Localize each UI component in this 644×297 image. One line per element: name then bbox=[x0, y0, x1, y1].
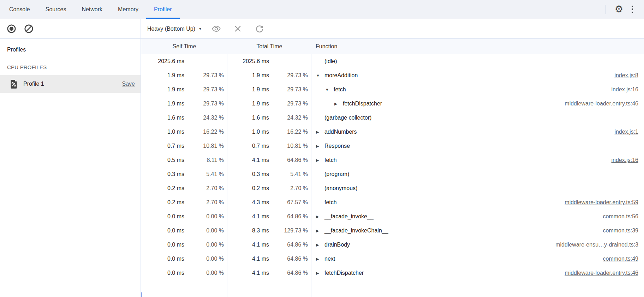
toolbar-divider bbox=[606, 5, 606, 14]
self-time-percent: 0.00 % bbox=[184, 270, 224, 276]
source-location-link[interactable]: common.ts:56 bbox=[596, 213, 638, 220]
self-time-value: 0.0 ms bbox=[141, 270, 184, 276]
total-time-value: 4.1 ms bbox=[227, 270, 269, 276]
total-time-value: 1.9 ms bbox=[227, 101, 269, 107]
total-time-percent: 24.32 % bbox=[269, 115, 308, 121]
tree-toggle-icon[interactable]: ▶ bbox=[316, 229, 324, 233]
settings-button[interactable]: ⚙ bbox=[612, 3, 626, 16]
self-time-value: 1.0 ms bbox=[141, 129, 184, 135]
self-time-value: 0.0 ms bbox=[141, 242, 184, 248]
chevron-down-icon: ▼ bbox=[198, 27, 202, 31]
profiler-panel: Profiles CPU PROFILES Profile 1 Save bbox=[0, 19, 644, 297]
tree-toggle-icon[interactable]: ▼ bbox=[325, 87, 334, 92]
save-profile-link[interactable]: Save bbox=[122, 81, 135, 87]
table-row[interactable]: 0.0 ms 0.00 % 4.1 ms 64.86 % ▶ __facade_… bbox=[141, 210, 644, 224]
table-row[interactable]: 0.2 ms 2.70 % 4.3 ms 67.57 % fetch middl… bbox=[141, 195, 644, 210]
source-location-link[interactable]: index.js:8 bbox=[607, 72, 638, 79]
table-row[interactable]: 0.5 ms 8.11 % 4.1 ms 64.86 % ▶ fetch ind… bbox=[141, 153, 644, 167]
tab-memory[interactable]: Memory bbox=[110, 0, 146, 19]
total-time-percent: 29.73 % bbox=[269, 72, 308, 79]
function-name: fetch bbox=[324, 199, 337, 206]
table-row[interactable]: 2025.6 ms 2025.6 ms (idle) bbox=[141, 54, 644, 68]
function-name: (program) bbox=[324, 171, 349, 177]
tree-toggle-icon[interactable]: ▶ bbox=[316, 144, 324, 148]
source-location-link[interactable]: middleware-ensu…y-drained.ts:3 bbox=[548, 242, 638, 248]
column-header-total-time[interactable]: Total Time bbox=[227, 39, 311, 54]
table-row[interactable]: 1.9 ms 29.73 % 1.9 ms 29.73 % ▼ moreAddi… bbox=[141, 68, 644, 83]
tree-toggle-icon[interactable]: ▶ bbox=[316, 243, 324, 247]
total-time-value: 0.2 ms bbox=[227, 185, 269, 192]
tab-sources[interactable]: Sources bbox=[38, 0, 74, 19]
self-time-value: 2025.6 ms bbox=[141, 58, 184, 65]
panel-tabs: Console Sources Network Memory Profiler bbox=[0, 0, 180, 19]
function-name: next bbox=[324, 256, 335, 262]
tab-console[interactable]: Console bbox=[1, 0, 38, 19]
total-time-percent: 29.73 % bbox=[269, 101, 308, 107]
exclude-selected-button[interactable] bbox=[233, 24, 243, 34]
table-row[interactable]: 0.0 ms 0.00 % 8.3 ms 129.73 % ▶ __facade… bbox=[141, 224, 644, 238]
source-location-link[interactable]: middleware-loader.entry.ts:46 bbox=[557, 101, 638, 107]
source-location-link[interactable]: index.js:16 bbox=[604, 157, 639, 163]
table-row[interactable]: 1.9 ms 29.73 % 1.9 ms 29.73 % ▼ fetch in… bbox=[141, 83, 644, 97]
self-time-value: 0.7 ms bbox=[141, 143, 184, 149]
total-time-value: 8.3 ms bbox=[227, 228, 269, 234]
total-time-percent: 64.86 % bbox=[269, 213, 308, 220]
table-row[interactable]: 0.0 ms 0.00 % 4.1 ms 64.86 % ▶ next comm… bbox=[141, 252, 644, 266]
table-row[interactable]: 1.9 ms 29.73 % 1.9 ms 29.73 % ▶ fetchDis… bbox=[141, 97, 644, 111]
profile-view-toolbar: Heavy (Bottom Up) ▼ bbox=[141, 19, 644, 39]
source-location-link[interactable]: middleware-loader.entry.ts:46 bbox=[557, 270, 638, 276]
record-profile-button[interactable] bbox=[6, 24, 16, 34]
restore-nodes-button[interactable] bbox=[255, 24, 264, 34]
function-name: fetch bbox=[324, 157, 337, 163]
source-location-link[interactable]: middleware-loader.entry.ts:59 bbox=[557, 199, 638, 206]
profile-list-item[interactable]: Profile 1 Save bbox=[0, 75, 141, 93]
cpu-profiles-section-label: CPU PROFILES bbox=[0, 53, 141, 75]
more-options-button[interactable] bbox=[626, 3, 639, 16]
function-name: Response bbox=[324, 143, 350, 149]
tree-toggle-icon[interactable]: ▼ bbox=[316, 73, 324, 78]
table-row[interactable]: 0.0 ms 0.00 % 4.1 ms 64.86 % ▶ fetchDisp… bbox=[141, 266, 644, 280]
tab-profiler[interactable]: Profiler bbox=[146, 0, 180, 19]
table-row[interactable]: 1.6 ms 24.32 % 1.6 ms 24.32 % (garbage c… bbox=[141, 111, 644, 125]
source-location-link[interactable]: index.js:1 bbox=[607, 129, 638, 135]
profiles-sidebar-toolbar bbox=[0, 19, 141, 39]
source-location-link[interactable]: index.js:16 bbox=[604, 86, 639, 93]
profile-document-icon bbox=[9, 79, 18, 89]
tree-toggle-icon[interactable]: ▶ bbox=[334, 102, 343, 106]
close-icon bbox=[234, 25, 242, 33]
tree-toggle-icon[interactable]: ▶ bbox=[316, 158, 324, 163]
self-time-percent: 0.00 % bbox=[184, 256, 224, 262]
profiles-sidebar: Profiles CPU PROFILES Profile 1 Save bbox=[0, 19, 141, 297]
clear-profiles-button[interactable] bbox=[24, 24, 34, 34]
eye-icon bbox=[211, 24, 221, 34]
function-name: (garbage collector) bbox=[324, 115, 371, 121]
function-name: fetch bbox=[334, 86, 346, 93]
toolbar-icons bbox=[211, 24, 264, 34]
self-time-percent: 2.70 % bbox=[184, 185, 224, 192]
tree-toggle-icon[interactable]: ▶ bbox=[316, 130, 324, 134]
table-row[interactable]: 1.0 ms 16.22 % 1.0 ms 16.22 % ▶ addNumbe… bbox=[141, 125, 644, 139]
total-time-value: 4.1 ms bbox=[227, 157, 269, 163]
tree-toggle-icon[interactable]: ▶ bbox=[316, 214, 324, 219]
table-row[interactable]: 0.2 ms 2.70 % 0.2 ms 2.70 % (anonymous) bbox=[141, 181, 644, 195]
column-header-self-time[interactable]: Self Time bbox=[141, 39, 227, 54]
function-name: (anonymous) bbox=[324, 185, 357, 192]
tree-toggle-icon[interactable]: ▶ bbox=[316, 257, 324, 261]
tab-network[interactable]: Network bbox=[74, 0, 110, 19]
table-row[interactable]: 0.3 ms 5.41 % 0.3 ms 5.41 % (program) bbox=[141, 167, 644, 181]
self-time-percent: 0.00 % bbox=[184, 213, 224, 220]
self-time-value: 1.6 ms bbox=[141, 115, 184, 121]
view-mode-dropdown[interactable]: Heavy (Bottom Up) ▼ bbox=[147, 26, 202, 32]
source-location-link[interactable]: common.ts:39 bbox=[596, 228, 638, 234]
table-row[interactable]: 0.0 ms 0.00 % 4.1 ms 64.86 % ▶ drainBody… bbox=[141, 238, 644, 252]
total-time-percent: 64.86 % bbox=[269, 157, 308, 163]
column-header-function[interactable]: Function bbox=[311, 39, 644, 54]
table-row[interactable]: 0.7 ms 10.81 % 0.7 ms 10.81 % ▶ Response bbox=[141, 139, 644, 153]
record-icon bbox=[7, 24, 16, 34]
self-time-percent: 2.70 % bbox=[184, 199, 224, 206]
focus-selected-button[interactable] bbox=[211, 24, 221, 34]
self-time-value: 0.5 ms bbox=[141, 157, 184, 163]
source-location-link[interactable]: common.ts:49 bbox=[596, 256, 638, 262]
tree-toggle-icon[interactable]: ▶ bbox=[316, 271, 324, 275]
total-time-percent: 67.57 % bbox=[269, 199, 308, 206]
